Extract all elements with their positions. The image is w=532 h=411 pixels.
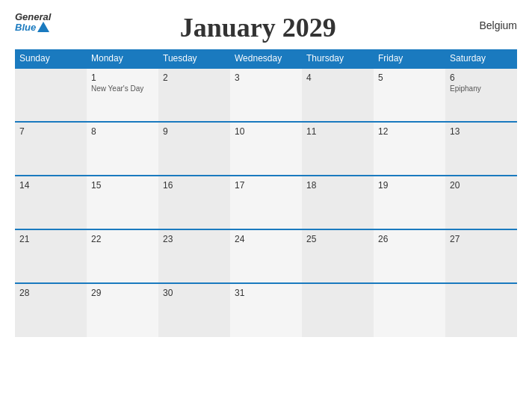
day-number: 28 bbox=[19, 288, 82, 298]
calendar-day-cell: 22 bbox=[87, 229, 158, 283]
calendar-week-row: 78910111213 bbox=[15, 122, 517, 176]
day-number: 24 bbox=[235, 234, 297, 244]
calendar-day-cell: 11 bbox=[302, 122, 374, 176]
col-wednesday: Wednesday bbox=[230, 49, 302, 68]
day-number: 25 bbox=[306, 234, 369, 244]
calendar-day-cell: 31 bbox=[230, 283, 302, 337]
calendar-day-cell: 26 bbox=[374, 229, 445, 283]
calendar-day-cell: 2 bbox=[158, 68, 230, 122]
day-number: 12 bbox=[378, 126, 441, 137]
day-number: 10 bbox=[235, 126, 297, 137]
calendar-day-cell: 9 bbox=[158, 122, 230, 176]
calendar-week-row: 1New Year's Day23456Epiphany bbox=[15, 68, 517, 122]
logo-triangle-icon bbox=[37, 22, 49, 32]
calendar-day-cell: 30 bbox=[158, 283, 230, 337]
calendar-day-cell: 4 bbox=[302, 68, 374, 122]
day-number: 9 bbox=[163, 126, 226, 137]
calendar-day-cell: 24 bbox=[230, 229, 302, 283]
day-number: 6 bbox=[450, 72, 513, 83]
calendar-day-cell: 7 bbox=[15, 122, 87, 176]
day-number: 16 bbox=[163, 180, 226, 191]
calendar-day-cell bbox=[302, 283, 374, 337]
calendar-container: General Blue January 2029 Belgium Sunday… bbox=[0, 0, 532, 411]
logo-blue-text: Blue bbox=[15, 22, 36, 32]
day-number: 7 bbox=[19, 126, 82, 137]
calendar-day-cell: 18 bbox=[302, 176, 374, 229]
calendar-day-cell: 19 bbox=[374, 176, 445, 229]
calendar-day-cell: 28 bbox=[15, 283, 87, 337]
calendar-day-cell: 23 bbox=[158, 229, 230, 283]
calendar-day-cell: 25 bbox=[302, 229, 374, 283]
calendar-day-cell: 29 bbox=[87, 283, 158, 337]
day-number: 15 bbox=[91, 180, 154, 191]
holiday-name: Epiphany bbox=[450, 84, 513, 93]
day-number: 3 bbox=[235, 72, 297, 83]
calendar-day-cell: 20 bbox=[445, 176, 517, 229]
day-number: 4 bbox=[306, 72, 369, 83]
day-number: 18 bbox=[306, 180, 369, 191]
country-label: Belgium bbox=[465, 12, 517, 31]
day-number: 17 bbox=[235, 180, 297, 191]
calendar-day-cell: 12 bbox=[374, 122, 445, 176]
day-number: 2 bbox=[163, 72, 226, 83]
calendar-day-cell: 17 bbox=[230, 176, 302, 229]
calendar-day-cell: 16 bbox=[158, 176, 230, 229]
day-number: 5 bbox=[378, 72, 441, 83]
col-saturday: Saturday bbox=[445, 49, 517, 68]
day-number: 30 bbox=[163, 288, 226, 298]
day-number: 11 bbox=[306, 126, 369, 137]
calendar-day-cell: 8 bbox=[87, 122, 158, 176]
day-number: 22 bbox=[91, 234, 154, 244]
calendar-day-cell: 15 bbox=[87, 176, 158, 229]
calendar-day-cell: 21 bbox=[15, 229, 87, 283]
calendar-header: General Blue January 2029 Belgium bbox=[15, 12, 517, 43]
calendar-week-row: 28293031 bbox=[15, 283, 517, 337]
calendar-day-cell bbox=[15, 68, 87, 122]
calendar-day-cell: 13 bbox=[445, 122, 517, 176]
calendar-week-row: 14151617181920 bbox=[15, 176, 517, 229]
day-number: 20 bbox=[450, 180, 513, 191]
calendar-day-cell: 5 bbox=[374, 68, 445, 122]
calendar-day-cell bbox=[374, 283, 445, 337]
calendar-table: Sunday Monday Tuesday Wednesday Thursday… bbox=[15, 49, 517, 337]
calendar-day-cell: 1New Year's Day bbox=[87, 68, 158, 122]
col-sunday: Sunday bbox=[15, 49, 87, 68]
day-number: 31 bbox=[235, 288, 297, 298]
calendar-day-cell bbox=[445, 283, 517, 337]
holiday-name: New Year's Day bbox=[91, 84, 154, 93]
calendar-day-cell: 6Epiphany bbox=[445, 68, 517, 122]
day-number: 13 bbox=[450, 126, 513, 137]
col-friday: Friday bbox=[374, 49, 445, 68]
calendar-day-cell: 3 bbox=[230, 68, 302, 122]
day-number: 23 bbox=[163, 234, 226, 244]
col-tuesday: Tuesday bbox=[158, 49, 230, 68]
calendar-day-cell: 27 bbox=[445, 229, 517, 283]
day-number: 27 bbox=[450, 234, 513, 244]
logo-general-text: General bbox=[15, 12, 51, 22]
calendar-day-cell: 14 bbox=[15, 176, 87, 229]
calendar-day-cell: 10 bbox=[230, 122, 302, 176]
day-number: 29 bbox=[91, 288, 154, 298]
month-title: January 2029 bbox=[51, 12, 465, 43]
calendar-header-row: Sunday Monday Tuesday Wednesday Thursday… bbox=[15, 49, 517, 68]
calendar-week-row: 21222324252627 bbox=[15, 229, 517, 283]
day-number: 1 bbox=[91, 72, 154, 83]
col-thursday: Thursday bbox=[302, 49, 374, 68]
col-monday: Monday bbox=[87, 49, 158, 68]
day-number: 8 bbox=[91, 126, 154, 137]
day-number: 26 bbox=[378, 234, 441, 244]
day-number: 14 bbox=[19, 180, 82, 191]
day-number: 21 bbox=[19, 234, 82, 244]
calendar-body: 1New Year's Day23456Epiphany789101112131… bbox=[15, 68, 517, 337]
day-number: 19 bbox=[378, 180, 441, 191]
logo: General Blue bbox=[15, 12, 51, 33]
